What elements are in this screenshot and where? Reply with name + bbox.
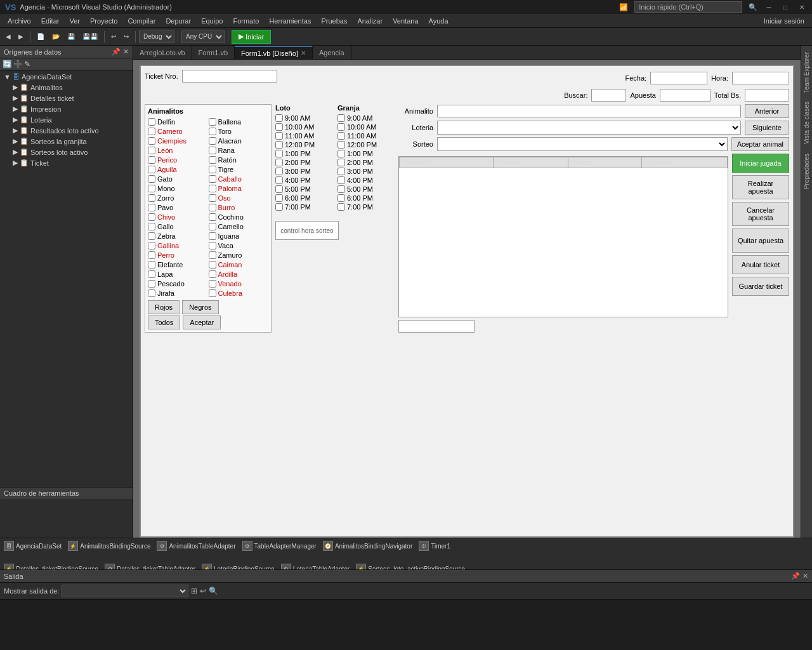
- negros-button[interactable]: Negros: [182, 300, 218, 314]
- cb-granja-9[interactable]: [337, 194, 345, 202]
- apuesta-input[interactable]: [660, 89, 710, 102]
- tree-animalitos[interactable]: ▶ 📋 Animalitos: [1, 82, 131, 93]
- cb-venado[interactable]: [209, 280, 216, 288]
- menu-equipo[interactable]: Equipo: [196, 16, 228, 26]
- minimize-button[interactable]: ─: [764, 2, 774, 12]
- cb-loto-10[interactable]: [275, 203, 283, 211]
- toolbar-undo[interactable]: ↩: [108, 30, 119, 44]
- cb-cochino[interactable]: [209, 213, 216, 221]
- cb-caiman[interactable]: [209, 261, 216, 269]
- anular-ticket-button[interactable]: Anular ticket: [732, 255, 789, 274]
- close-button[interactable]: ✕: [797, 2, 807, 12]
- cb-loto-9[interactable]: [275, 194, 283, 202]
- animalito-input[interactable]: [437, 105, 741, 117]
- below-table-input[interactable]: [398, 320, 475, 333]
- cb-elefante[interactable]: [148, 261, 155, 269]
- menu-analizar[interactable]: Analizar: [352, 16, 388, 26]
- realizar-apuesta-button[interactable]: Realizar apuesta: [732, 175, 789, 199]
- cb-ballena[interactable]: [209, 118, 216, 126]
- maximize-button[interactable]: □: [780, 2, 790, 12]
- cb-ciempies[interactable]: [148, 137, 155, 145]
- rojos-button[interactable]: Rojos: [148, 300, 180, 314]
- tree-loteria[interactable]: ▶ 📋 Loteria: [1, 114, 131, 125]
- tray-agencia-dataset[interactable]: 🗄 AgenciaDataSet: [4, 541, 62, 551]
- menu-ver[interactable]: Ver: [64, 16, 85, 26]
- cancelar-apuesta-button[interactable]: Cancelar apuesta: [732, 202, 789, 226]
- cb-pavo[interactable]: [148, 204, 155, 211]
- debug-mode-select[interactable]: Debug: [139, 30, 174, 43]
- toolbar-forward[interactable]: ▶: [15, 30, 27, 44]
- tab-agencia[interactable]: Agencia: [313, 46, 351, 59]
- menu-compilar[interactable]: Compilar: [122, 16, 160, 26]
- output-source-select[interactable]: [62, 585, 188, 597]
- tree-detalles[interactable]: ▶ 📋 Detalles ticket: [1, 93, 131, 103]
- cb-zorro[interactable]: [148, 194, 155, 202]
- cb-granja-3[interactable]: [337, 141, 345, 149]
- cb-aguila[interactable]: [148, 166, 155, 173]
- cpu-select[interactable]: Any CPU: [181, 30, 225, 43]
- cb-iguana[interactable]: [209, 232, 216, 240]
- cb-rana[interactable]: [209, 147, 216, 154]
- ticket-input[interactable]: [182, 70, 277, 83]
- cb-carnero[interactable]: [148, 128, 155, 135]
- edit-datasource-btn[interactable]: ✎: [24, 60, 30, 69]
- tree-sorteos-granjita[interactable]: ▶ 📋 Sorteos la granjita: [1, 136, 131, 147]
- iniciar-sesion-link[interactable]: Iniciar sesión: [759, 17, 809, 25]
- toolbar-open[interactable]: 📂: [49, 30, 63, 44]
- iniciar-jugada-button[interactable]: Iniciar jugada: [732, 154, 789, 173]
- cb-loto-4[interactable]: [275, 150, 283, 157]
- tray-table-adapter-manager[interactable]: ⚙ TableAdapterManager: [242, 541, 317, 551]
- search-quick[interactable]: Inicio rápido (Ctrl+Q): [634, 1, 742, 13]
- siguiente-button[interactable]: Siguiente: [745, 121, 789, 135]
- total-bs-input[interactable]: [745, 89, 789, 102]
- buscar-input[interactable]: [591, 89, 626, 102]
- cb-granja-10[interactable]: [337, 203, 345, 211]
- sorteo-select[interactable]: [437, 137, 728, 151]
- cb-lapa[interactable]: [148, 270, 155, 278]
- cb-loto-5[interactable]: [275, 159, 283, 166]
- cb-loto-0[interactable]: [275, 114, 283, 122]
- tree-resultados[interactable]: ▶ 📋 Resultados loto activo: [1, 125, 131, 136]
- menu-ayuda[interactable]: Ayuda: [424, 16, 454, 26]
- tab-form1[interactable]: Form1.vb: [192, 46, 235, 59]
- cb-paloma[interactable]: [209, 185, 216, 192]
- menu-pruebas[interactable]: Pruebas: [316, 16, 352, 26]
- cb-loto-3[interactable]: [275, 141, 283, 149]
- tab-arreglo[interactable]: ArregloLoto.vb: [133, 46, 192, 59]
- menu-proyecto[interactable]: Proyecto: [85, 16, 122, 26]
- cb-jirafa[interactable]: [148, 289, 155, 297]
- output-find-btn[interactable]: 🔍: [209, 587, 218, 595]
- menu-herramientas[interactable]: Herramientas: [264, 16, 316, 26]
- tray-loteria-bs[interactable]: ⚡ LoteriaBindingSource: [202, 564, 275, 569]
- cb-raton[interactable]: [209, 156, 216, 164]
- cb-granja-6[interactable]: [337, 168, 345, 175]
- hora-input[interactable]: [732, 72, 789, 84]
- toolbar-new[interactable]: 📄: [34, 30, 48, 44]
- cb-toro[interactable]: [209, 128, 216, 135]
- quitar-apuesta-button[interactable]: Quitar apuesta: [732, 229, 789, 253]
- cb-loto-8[interactable]: [275, 185, 283, 193]
- pin-icon[interactable]: 📌: [112, 48, 121, 56]
- tray-animalitos-bs[interactable]: ⚡ AnimalitosBindingSource: [68, 541, 150, 551]
- tab-close-icon[interactable]: ✕: [301, 50, 306, 56]
- output-word-wrap-btn[interactable]: ↩: [200, 587, 206, 595]
- tray-sorteos-bs[interactable]: ⚡ Sorteos_loto_activoBindingSource: [356, 564, 465, 569]
- cb-gallina[interactable]: [148, 242, 155, 249]
- cb-tigre[interactable]: [209, 166, 216, 173]
- menu-formato[interactable]: Formato: [228, 16, 264, 26]
- iniciar-button[interactable]: ▶ Iniciar: [232, 30, 271, 44]
- cb-culebra[interactable]: [209, 289, 216, 297]
- close-panel-icon[interactable]: ✕: [123, 48, 129, 56]
- cb-gallo[interactable]: [148, 223, 155, 230]
- cb-zamuro[interactable]: [209, 251, 216, 259]
- todos-button[interactable]: Todos: [148, 315, 180, 329]
- toolbar-redo[interactable]: ↪: [121, 30, 132, 44]
- tab-form1-diseno[interactable]: Form1.vb [Diseño] ✕: [235, 46, 313, 59]
- tray-detalles-ta[interactable]: ⚙ Detalles_ticketTableAdapter: [105, 564, 195, 569]
- cb-loto-6[interactable]: [275, 168, 283, 175]
- menu-ventana[interactable]: Ventana: [388, 16, 423, 26]
- refresh-btn[interactable]: 🔄: [3, 60, 12, 69]
- search-icon[interactable]: 🔍: [749, 3, 757, 11]
- aceptar-button[interactable]: Aceptar: [183, 315, 221, 329]
- cb-perico[interactable]: [148, 156, 155, 164]
